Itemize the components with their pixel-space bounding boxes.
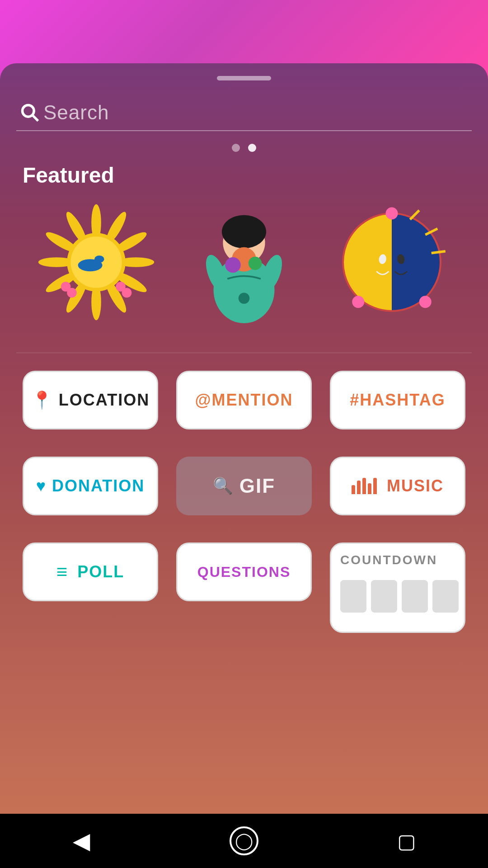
bottom-sheet: Featured: [0, 63, 488, 868]
featured-section-title: Featured: [23, 163, 114, 188]
countdown-label: COUNTDOWN: [340, 553, 437, 567]
mention-button[interactable]: @MENTION: [176, 371, 312, 429]
music-bars-icon: [352, 478, 377, 494]
svg-point-29: [249, 257, 262, 270]
woman-flowers-sticker[interactable]: [176, 194, 312, 330]
gif-search-icon: 🔍: [213, 476, 234, 495]
mention-label: @MENTION: [195, 391, 293, 410]
bottom-navigation: ◀ ◯ ▢: [0, 814, 488, 868]
donation-icon: ♥: [36, 476, 47, 495]
donation-label: DONATION: [52, 476, 145, 495]
search-icon: [16, 99, 43, 126]
music-label: MUSIC: [387, 476, 444, 495]
sun-bird-sticker[interactable]: [28, 194, 164, 330]
svg-point-38: [385, 208, 398, 220]
page-dot-1: [232, 144, 240, 152]
countdown-button[interactable]: COUNTDOWN: [330, 542, 465, 633]
svg-point-0: [23, 105, 34, 117]
questions-label: QUESTIONS: [197, 564, 291, 580]
recents-button[interactable]: ▢: [380, 823, 434, 859]
svg-point-40: [352, 296, 364, 308]
search-input[interactable]: [43, 101, 472, 124]
poll-icon: ≡: [56, 561, 69, 583]
countdown-block-3: [402, 580, 428, 613]
countdown-blocks: [340, 580, 459, 613]
music-button[interactable]: MUSIC: [330, 457, 465, 515]
svg-point-36: [355, 253, 361, 259]
gif-button[interactable]: 🔍 GIF: [176, 457, 312, 515]
sticker-row-2: ♥ DONATION 🔍 GIF MUSIC: [23, 457, 465, 515]
location-button[interactable]: 📍 LOCATION: [23, 371, 158, 429]
svg-point-24: [222, 215, 266, 249]
svg-point-28: [225, 257, 240, 273]
home-button[interactable]: ◯: [217, 823, 271, 859]
gif-label: GIF: [239, 475, 275, 497]
countdown-block-2: [371, 580, 397, 613]
search-bar: [16, 95, 472, 131]
sticker-row-3: ≡ POLL QUESTIONS COUNTDOWN: [23, 542, 465, 633]
svg-point-19: [67, 288, 77, 298]
svg-point-21: [122, 288, 132, 298]
poll-label: POLL: [77, 562, 124, 581]
donation-button[interactable]: ♥ DONATION: [23, 457, 158, 515]
svg-point-17: [94, 255, 104, 263]
hashtag-button[interactable]: #HASHTAG: [330, 371, 465, 429]
svg-line-1: [33, 115, 38, 121]
section-divider: [16, 353, 472, 353]
sticker-row-1: 📍 LOCATION @MENTION #HASHTAG: [23, 371, 465, 429]
poll-button[interactable]: ≡ POLL: [23, 542, 158, 601]
home-icon: ◯: [230, 826, 258, 855]
svg-point-39: [419, 296, 431, 308]
page-indicator: [232, 144, 256, 152]
location-label: LOCATION: [59, 391, 150, 410]
location-icon: 📍: [31, 390, 53, 410]
page-dot-2: [248, 144, 256, 152]
back-button[interactable]: ◀: [54, 823, 108, 859]
sun-moon-sticker[interactable]: [324, 194, 460, 330]
sticker-buttons-grid: 📍 LOCATION @MENTION #HASHTAG ♥ DONATION …: [23, 371, 465, 660]
hashtag-label: #HASHTAG: [350, 391, 445, 410]
countdown-block-4: [432, 580, 459, 613]
questions-button[interactable]: QUESTIONS: [176, 542, 312, 601]
back-icon: ◀: [73, 828, 90, 854]
countdown-block-1: [340, 580, 366, 613]
svg-point-37: [370, 277, 377, 284]
svg-point-35: [364, 231, 371, 238]
featured-stickers: [0, 194, 488, 330]
svg-point-30: [239, 293, 250, 304]
recents-icon: ▢: [397, 830, 416, 853]
drag-handle[interactable]: [217, 76, 271, 80]
